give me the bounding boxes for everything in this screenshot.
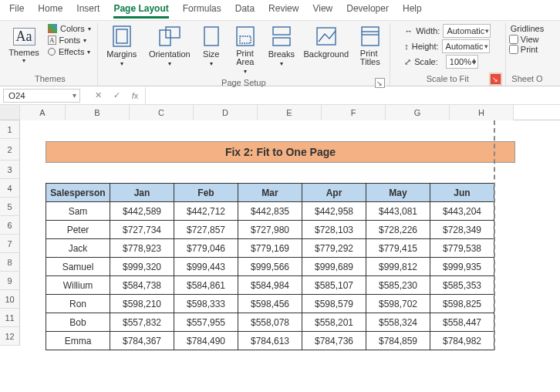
table-header[interactable]: Apr bbox=[302, 184, 366, 202]
cell-value[interactable]: $598,210 bbox=[110, 295, 174, 313]
cell-salesperson[interactable]: Peter bbox=[46, 221, 110, 239]
gridlines-view-check[interactable]: View bbox=[509, 35, 545, 44]
cell-value[interactable]: $728,349 bbox=[430, 221, 494, 239]
cell-value[interactable]: $779,538 bbox=[430, 239, 494, 258]
cell-salesperson[interactable]: Emma bbox=[46, 332, 110, 350]
col-header[interactable]: A bbox=[20, 105, 66, 120]
row-header[interactable]: 10 bbox=[0, 290, 20, 309]
row-header[interactable]: 9 bbox=[0, 272, 20, 290]
table-header[interactable]: Jun bbox=[430, 184, 494, 202]
cell-value[interactable]: $784,490 bbox=[174, 332, 238, 350]
name-box[interactable]: O24 bbox=[3, 89, 80, 103]
cell-value[interactable]: $727,734 bbox=[110, 221, 174, 239]
pagesetup-launcher[interactable]: ↘ bbox=[375, 78, 385, 88]
enter-fx-icon[interactable]: ✓ bbox=[110, 89, 123, 103]
cell-value[interactable]: $784,982 bbox=[430, 332, 494, 350]
scale-launcher[interactable]: ↘ bbox=[491, 74, 501, 84]
cell-value[interactable]: $558,201 bbox=[302, 313, 366, 332]
cell-value[interactable]: $727,857 bbox=[174, 221, 238, 239]
background-button[interactable]: Background bbox=[302, 23, 351, 60]
cell-salesperson[interactable]: Ron bbox=[46, 295, 110, 313]
cell-value[interactable]: $727,980 bbox=[238, 221, 302, 239]
cell-value[interactable]: $442,589 bbox=[110, 202, 174, 221]
row-header[interactable]: 6 bbox=[0, 216, 20, 235]
cell-value[interactable]: $584,738 bbox=[110, 276, 174, 295]
printtitles-button[interactable]: Print Titles bbox=[354, 23, 386, 68]
margins-button[interactable]: Margins▾ bbox=[101, 23, 143, 69]
row-header[interactable]: 8 bbox=[0, 253, 20, 272]
row-header[interactable]: 2 bbox=[0, 139, 20, 161]
cell-value[interactable]: $558,447 bbox=[430, 313, 494, 332]
cell-value[interactable]: $779,292 bbox=[302, 239, 366, 258]
cell-value[interactable]: $784,613 bbox=[238, 332, 302, 350]
cell-value[interactable]: $784,736 bbox=[302, 332, 366, 350]
col-header[interactable]: F bbox=[322, 105, 386, 120]
col-header[interactable]: E bbox=[258, 105, 322, 120]
cell-value[interactable]: $779,169 bbox=[238, 239, 302, 258]
printarea-button[interactable]: Print Area▾ bbox=[229, 23, 261, 76]
cell-value[interactable]: $442,712 bbox=[174, 202, 238, 221]
fx-icon[interactable]: fx bbox=[128, 89, 142, 103]
fonts-button[interactable]: AFonts ▾ bbox=[45, 35, 94, 46]
menu-help[interactable]: Help bbox=[403, 3, 422, 19]
cell-value[interactable]: $999,443 bbox=[174, 258, 238, 276]
col-header[interactable]: G bbox=[386, 105, 450, 120]
title-cell[interactable]: Fix 2: Fit to One Page bbox=[46, 141, 515, 163]
cell-value[interactable]: $779,046 bbox=[174, 239, 238, 258]
cell-value[interactable]: $999,812 bbox=[366, 258, 430, 276]
scale-percent-input[interactable]: 100% bbox=[446, 55, 478, 69]
cell-value[interactable]: $443,081 bbox=[366, 202, 430, 221]
cell-value[interactable]: $558,078 bbox=[238, 313, 302, 332]
cell-value[interactable]: $584,861 bbox=[174, 276, 238, 295]
table-header[interactable]: Mar bbox=[238, 184, 302, 202]
scale-width-select[interactable]: Automatic bbox=[443, 24, 491, 38]
table-header[interactable]: May bbox=[366, 184, 430, 202]
cell-value[interactable]: $999,320 bbox=[110, 258, 174, 276]
col-header[interactable]: B bbox=[66, 105, 130, 120]
cell-value[interactable]: $728,103 bbox=[302, 221, 366, 239]
row-header[interactable]: 7 bbox=[0, 235, 20, 253]
cancel-fx-icon[interactable]: ✕ bbox=[91, 89, 105, 103]
cell-value[interactable]: $598,702 bbox=[366, 295, 430, 313]
cell-value[interactable]: $585,230 bbox=[366, 276, 430, 295]
row-headers[interactable]: 123456789101112 bbox=[0, 120, 20, 350]
gridlines-print-check[interactable]: Print bbox=[509, 45, 545, 54]
menu-formulas[interactable]: Formulas bbox=[183, 3, 221, 19]
menu-page-layout[interactable]: Page Layout bbox=[113, 3, 168, 19]
cell-salesperson[interactable]: Sam bbox=[46, 202, 110, 221]
cell-value[interactable]: $584,984 bbox=[238, 276, 302, 295]
cell-value[interactable]: $585,107 bbox=[302, 276, 366, 295]
row-header[interactable]: 5 bbox=[0, 198, 20, 216]
scale-height-select[interactable]: Automatic bbox=[442, 39, 490, 53]
cell-salesperson[interactable]: Samuel bbox=[46, 258, 110, 276]
cell-value[interactable]: $598,333 bbox=[174, 295, 238, 313]
data-table[interactable]: SalespersonJanFebMarAprMayJun Sam$442,58… bbox=[46, 183, 494, 350]
orientation-button[interactable]: Orientation▾ bbox=[146, 23, 194, 69]
column-headers[interactable]: ABCDEFGH bbox=[0, 105, 560, 120]
menu-file[interactable]: File bbox=[9, 3, 24, 19]
effects-button[interactable]: Effects ▾ bbox=[45, 46, 94, 57]
sheet-area[interactable]: Fix 2: Fit to One Page SalespersonJanFeb… bbox=[20, 120, 560, 350]
menu-data[interactable]: Data bbox=[235, 3, 255, 19]
menu-insert[interactable]: Insert bbox=[76, 3, 100, 19]
row-header[interactable]: 4 bbox=[0, 179, 20, 198]
cell-value[interactable]: $442,835 bbox=[238, 202, 302, 221]
menu-home[interactable]: Home bbox=[38, 3, 62, 19]
col-header[interactable]: D bbox=[194, 105, 258, 120]
cell-value[interactable]: $443,204 bbox=[430, 202, 494, 221]
col-header[interactable]: H bbox=[450, 105, 514, 120]
cell-value[interactable]: $999,566 bbox=[238, 258, 302, 276]
cell-salesperson[interactable]: Willium bbox=[46, 276, 110, 295]
row-header[interactable]: 12 bbox=[0, 327, 20, 346]
cell-value[interactable]: $558,324 bbox=[366, 313, 430, 332]
cell-value[interactable]: $784,367 bbox=[110, 332, 174, 350]
cell-value[interactable]: $778,923 bbox=[110, 239, 174, 258]
row-header[interactable]: 1 bbox=[0, 120, 20, 139]
table-header[interactable]: Salesperson bbox=[46, 184, 110, 202]
cell-value[interactable]: $779,415 bbox=[366, 239, 430, 258]
cell-value[interactable]: $585,353 bbox=[430, 276, 494, 295]
cell-value[interactable]: $784,859 bbox=[366, 332, 430, 350]
table-header[interactable]: Feb bbox=[174, 184, 238, 202]
menu-view[interactable]: View bbox=[312, 3, 332, 19]
menu-review[interactable]: Review bbox=[268, 3, 299, 19]
